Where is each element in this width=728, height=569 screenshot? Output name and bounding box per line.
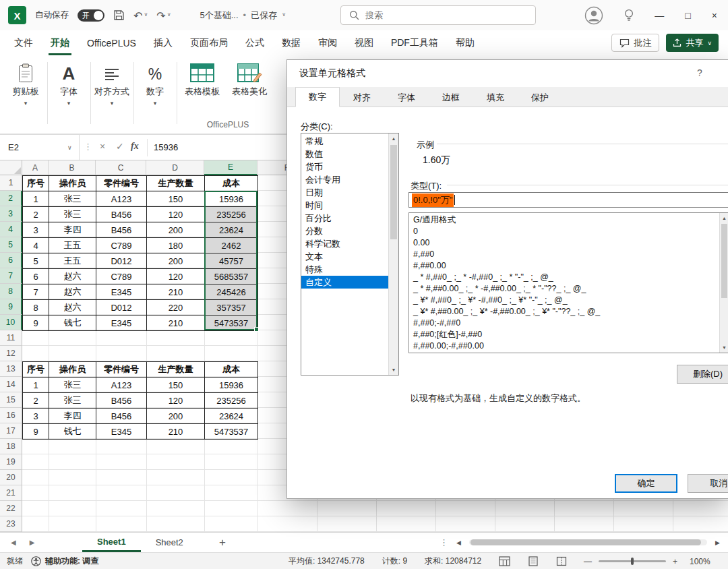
table-cell[interactable]: 5473537	[205, 424, 258, 440]
dialog-tab-填充[interactable]: 填充	[473, 89, 518, 107]
ribbon-button-剪贴板[interactable]: 剪贴板▾	[4, 59, 47, 121]
table-cell[interactable]: E345	[96, 316, 147, 331]
scroll-down-icon[interactable]: ▼	[720, 342, 728, 353]
sum-value[interactable]: 求和: 12084712	[425, 556, 481, 567]
table-cell[interactable]: 5	[23, 253, 49, 269]
select-all-corner[interactable]	[0, 160, 22, 175]
category-item-百分比[interactable]: 百分比	[301, 212, 388, 224]
cancel-button[interactable]: 取消	[688, 474, 728, 493]
maximize-button[interactable]: □	[685, 10, 690, 21]
autosave-toggle[interactable]: 开	[78, 9, 104, 22]
format-item[interactable]: #,##0;-#,##0	[409, 318, 728, 329]
format-item[interactable]: _ ¥* #,##0_ ;_ ¥* -#,##0_ ;_ ¥* "-"_ ;_ …	[409, 295, 728, 306]
table-cell[interactable]: 张三	[49, 378, 96, 393]
table-cell[interactable]: E345	[96, 424, 147, 440]
ribbon-button-数字[interactable]: %数字▾	[133, 59, 177, 121]
row-header-5[interactable]: 5	[0, 237, 22, 253]
cancel-entry-icon[interactable]: ×	[100, 141, 105, 152]
table-header-cell[interactable]: 成本	[205, 362, 258, 378]
ribbon-button-表格模板[interactable]: 表格模板	[181, 59, 224, 121]
format-item[interactable]: 0.00	[409, 237, 728, 249]
scroll-down-icon[interactable]: ▼	[389, 365, 398, 375]
category-item-日期[interactable]: 日期	[301, 186, 388, 199]
table-cell[interactable]: 5685357	[205, 269, 258, 284]
table-header-cell[interactable]: 序号	[23, 362, 49, 378]
row-header-17[interactable]: 17	[0, 423, 22, 439]
table-cell[interactable]: 23624	[205, 409, 258, 424]
table-cell[interactable]: 3	[23, 409, 49, 424]
scroll-up-icon[interactable]: ▲	[389, 133, 398, 144]
table-cell[interactable]: 245426	[205, 284, 258, 300]
ribbon-tab-视图[interactable]: 视图	[346, 30, 382, 55]
ribbon-tab-数据[interactable]: 数据	[273, 30, 309, 55]
column-header-D[interactable]: D	[146, 160, 204, 175]
format-item[interactable]: #,##0.00	[409, 260, 728, 272]
table-cell[interactable]: 210	[147, 284, 205, 300]
row-header-18[interactable]: 18	[0, 439, 22, 454]
table-cell[interactable]: 1	[23, 378, 49, 393]
row-header-13[interactable]: 13	[0, 361, 22, 377]
table-cell[interactable]: 赵六	[49, 269, 96, 284]
row-header-1[interactable]: 1	[0, 175, 22, 191]
comments-button[interactable]: 批注	[611, 34, 659, 52]
zoom-in-icon[interactable]: +	[673, 557, 677, 566]
row-header-7[interactable]: 7	[0, 268, 22, 284]
table-header-cell[interactable]: 生产数量	[147, 362, 205, 378]
sheet-tab-Sheet2[interactable]: Sheet2	[141, 533, 198, 552]
table-cell[interactable]: C789	[96, 238, 147, 253]
help-icon[interactable]: ?	[697, 67, 702, 78]
table-cell[interactable]: 赵六	[49, 300, 96, 316]
ribbon-tab-OfficePLUS[interactable]: OfficePLUS	[78, 30, 145, 55]
table-cell[interactable]: D012	[96, 253, 147, 269]
format-item[interactable]: #,##0;[红色]-#,##0	[409, 329, 728, 340]
table-cell[interactable]: 150	[147, 191, 205, 207]
table-cell[interactable]: 7	[23, 284, 49, 300]
undo-button[interactable]: ↶∨	[133, 9, 148, 22]
row-header-19[interactable]: 19	[0, 454, 22, 470]
table-cell[interactable]: 357357	[205, 300, 258, 316]
table-cell[interactable]: 200	[147, 409, 205, 424]
column-header-A[interactable]: A	[22, 160, 49, 175]
more-vertical-icon[interactable]: ⋮	[84, 142, 92, 152]
table-cell[interactable]: 23624	[205, 222, 258, 238]
minimize-button[interactable]: —	[655, 10, 664, 21]
dialog-tab-保护[interactable]: 保护	[518, 89, 562, 107]
table-cell[interactable]: 王五	[49, 253, 96, 269]
table-cell[interactable]: 2	[23, 393, 49, 409]
average-value[interactable]: 平均值: 1342745.778	[289, 556, 365, 567]
table-cell[interactable]: 220	[147, 300, 205, 316]
row-header-20[interactable]: 20	[0, 470, 22, 485]
zoom-slider[interactable]	[599, 560, 666, 562]
table-cell[interactable]: 钱七	[49, 316, 96, 331]
table-cell[interactable]: 钱七	[49, 424, 96, 440]
vertical-scrollbar[interactable]: ▲ ▼	[719, 213, 728, 353]
category-item-常规[interactable]: 常规	[301, 135, 388, 148]
column-header-C[interactable]: C	[96, 160, 146, 175]
ribbon-tab-PDF工具箱[interactable]: PDF工具箱	[382, 30, 447, 55]
table-cell[interactable]: 120	[147, 207, 205, 222]
table-cell[interactable]: 235256	[205, 207, 258, 222]
count-value[interactable]: 计数: 9	[382, 556, 407, 567]
row-header-2[interactable]: 2	[0, 191, 22, 206]
more-vertical-icon[interactable]: ⋮	[439, 537, 448, 547]
table-cell[interactable]: 180	[147, 238, 205, 253]
row-header-3[interactable]: 3	[0, 206, 22, 222]
format-item[interactable]: _ * #,##0_ ;_ * -#,##0_ ;_ * "-"_ ;_ @_	[409, 272, 728, 283]
row-header-6[interactable]: 6	[0, 253, 22, 268]
table-cell[interactable]: 3	[23, 222, 49, 238]
table-cell[interactable]: 150	[147, 378, 205, 393]
zoom-slider-thumb[interactable]	[631, 558, 634, 565]
lightbulb-icon[interactable]	[624, 9, 634, 22]
row-header-21[interactable]: 21	[0, 485, 22, 501]
table-header-cell[interactable]: 生产数量	[147, 176, 205, 191]
table-cell[interactable]: 张三	[49, 393, 96, 409]
ribbon-tab-帮助[interactable]: 帮助	[447, 30, 483, 55]
category-item-文本[interactable]: 文本	[301, 250, 388, 263]
ok-button[interactable]: 确定	[615, 474, 677, 493]
table-header-cell[interactable]: 序号	[23, 176, 49, 191]
table-cell[interactable]: 9	[23, 424, 49, 440]
table-cell[interactable]: 1	[23, 191, 49, 207]
close-button[interactable]: ×	[712, 10, 717, 21]
document-title[interactable]: 5个基础... • 已保存 ∨	[200, 9, 286, 22]
table-cell[interactable]: 45757	[205, 253, 258, 269]
